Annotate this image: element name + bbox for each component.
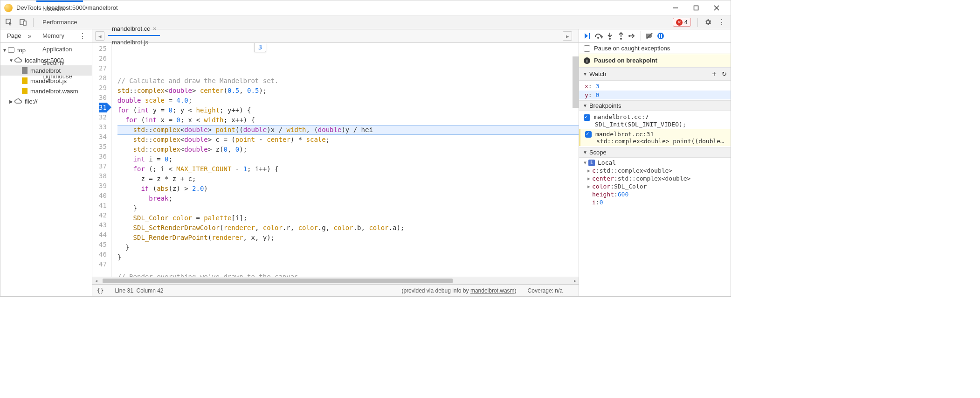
section-breakpoints[interactable]: ▼Breakpoints [579,100,731,111]
info-icon: i [584,57,590,64]
scope-local[interactable]: ▼LLocal [579,159,731,167]
editor-status-bar: {} Line 31, Column 42 (provided via debu… [92,284,579,296]
pause-exceptions-icon[interactable] [655,30,666,42]
tab-network[interactable]: Network [36,2,83,15]
tree-file-mandelbrot-wasm[interactable]: mandelbrot.wasm [0,86,92,96]
line-gutter[interactable]: 2526272829303132333435363738394041424344… [92,43,112,277]
device-toggle-icon[interactable] [17,16,29,28]
checkbox-icon[interactable] [585,131,592,138]
pause-caught-option[interactable]: Pause on caught exceptions [579,43,731,54]
svg-point-10 [620,38,622,40]
navigator-menu-icon[interactable]: ⋮ [76,32,89,41]
section-watch[interactable]: ▼Watch＋↻ [579,67,731,81]
horizontal-scrollbar[interactable]: ◂▸ [92,277,579,284]
close-button[interactable] [706,1,727,14]
nav-fwd-icon[interactable]: ▸ [563,31,572,41]
cloud-icon [14,98,22,104]
checkbox-icon[interactable] [584,45,590,52]
scope-var[interactable]: ▶color: SDL_Color [579,182,731,190]
cloud-icon [14,57,22,63]
navigator-panel: Page » ⋮ ▼top ▼localhost:5000 mandelbrot… [0,29,92,296]
svg-point-8 [597,37,599,39]
svg-point-13 [657,33,664,39]
settings-gear-icon[interactable] [702,16,714,28]
editor-panel: ◂ mandelbrot.cc×mandelbrot.js ▸ 25262728… [92,29,579,296]
navigator-tab-page[interactable]: Page [3,29,25,42]
title-bar: DevTools - localhost:5000/mandelbrot [0,0,731,15]
coverage-status: Coverage: n/a [528,287,563,294]
resume-icon[interactable] [582,30,593,42]
paused-banner: i Paused on breakpoint [579,54,731,67]
watch-list: x: 3y: 0 [579,81,731,100]
add-watch-icon[interactable]: ＋ [711,69,718,79]
vertical-scrollbar[interactable] [573,56,579,108]
svg-rect-7 [589,33,590,39]
divider [697,18,698,27]
error-badge[interactable]: ✕4 [673,18,691,27]
error-x-icon: ✕ [676,19,683,26]
js-file-icon [22,77,28,84]
scope-list: ▼LLocal▶c: std::complex<double>▶center: … [579,158,731,207]
hover-value-tooltip: 3 [254,43,266,52]
breakpoint-list: mandelbrot.cc:7SDL_Init(SDL_INIT_VIDEO);… [579,111,731,147]
file-tree: ▼top ▼localhost:5000 mandelbrot mandelbr… [0,43,92,108]
svg-rect-14 [659,34,660,38]
debugger-panel: Pause on caught exceptions i Paused on b… [579,29,731,296]
editor-tab-bar: ◂ mandelbrot.cc×mandelbrot.js ▸ [92,29,579,43]
breakpoint-item[interactable]: mandelbrot.cc:7SDL_Init(SDL_INIT_VIDEO); [579,112,731,129]
minimize-button[interactable] [665,1,686,14]
deactivate-breakpoints-icon[interactable] [644,30,655,42]
svg-rect-1 [694,6,698,10]
refresh-watch-icon[interactable]: ↻ [722,70,727,77]
svg-rect-6 [23,21,26,25]
folder-icon [8,47,14,53]
section-scope[interactable]: ▼Scope [579,147,731,158]
tree-root[interactable]: ▼top [0,45,92,55]
maximize-button[interactable] [686,1,706,14]
watch-item[interactable]: y: 0 [579,91,731,99]
scope-var[interactable]: ▶c: std::complex<double> [579,167,731,175]
watch-item[interactable]: x: 3 [579,82,731,91]
inspect-icon[interactable] [3,16,15,28]
nav-back-icon[interactable]: ◂ [95,31,104,41]
debug-info-source: (provided via debug info by mandelbrot.w… [401,287,516,294]
tree-file-proto[interactable]: ▶file:// [0,96,92,106]
svg-rect-15 [661,34,662,38]
error-count: 4 [684,19,688,26]
step-into-icon[interactable] [604,30,615,42]
navigator-more-icon[interactable]: » [28,32,31,40]
divider [641,31,641,41]
breakpoint-item[interactable]: mandelbrot.cc:31std::complex<double> poi… [579,129,731,147]
wasm-file-icon [22,88,28,94]
close-tab-icon[interactable]: × [153,23,157,35]
tree-file-mandelbrot-js[interactable]: mandelbrot.js [0,76,92,86]
step-over-icon[interactable] [593,30,604,42]
divider [33,18,34,27]
debug-info-link[interactable]: mandelbrot.wasm [470,287,515,294]
scope-var[interactable]: ▶center: std::complex<double> [579,175,731,182]
svg-point-9 [609,38,611,40]
tab-performance[interactable]: Performance [36,15,83,29]
scope-var[interactable]: height: 600 [579,190,731,198]
tree-file-mandelbrot[interactable]: mandelbrot [0,65,92,76]
more-menu-icon[interactable]: ⋮ [716,16,728,28]
file-icon [22,67,28,74]
cursor-position: Line 31, Column 42 [115,287,163,294]
checkbox-icon[interactable] [584,114,590,121]
editor-tab-mandelbrot-cc[interactable]: mandelbrot.cc× [108,23,160,36]
tree-host[interactable]: ▼localhost:5000 [0,55,92,65]
step-icon[interactable] [627,30,638,42]
window-title: DevTools - localhost:5000/mandelbrot [16,4,665,11]
pretty-print-icon[interactable]: {} [97,287,104,294]
debug-controls [579,29,731,43]
step-out-icon[interactable] [615,30,627,42]
scope-var[interactable]: i: 0 [579,198,731,206]
code-editor[interactable]: 2526272829303132333435363738394041424344… [92,43,579,277]
devtools-icon [4,4,13,12]
navigator-tab-bar: Page » ⋮ [0,29,92,43]
svg-point-11 [628,35,630,37]
code-body[interactable]: 3 // Calculate and draw the Mandelbrot s… [112,43,579,277]
